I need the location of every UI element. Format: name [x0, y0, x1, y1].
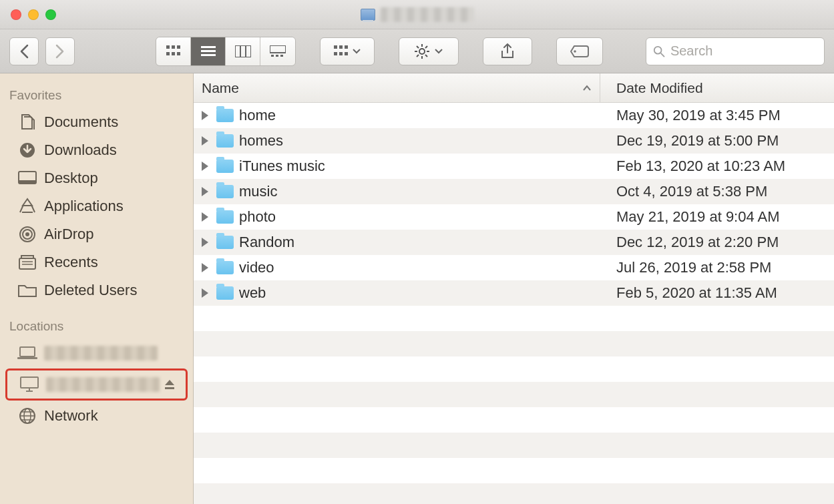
minimize-window-button[interactable]	[28, 9, 39, 20]
column-header: Name Date Modified	[194, 73, 834, 103]
svg-rect-46	[17, 357, 37, 359]
back-button[interactable]	[9, 37, 39, 65]
gallery-view-button[interactable]	[260, 37, 295, 65]
svg-rect-36	[19, 180, 36, 184]
traffic-lights	[11, 9, 56, 20]
document-icon	[17, 113, 37, 131]
titlebar	[0, 0, 834, 29]
tag-icon	[570, 45, 589, 57]
file-name: music	[239, 183, 277, 200]
finder-window: Favorites Documents Downloads Desktop	[0, 0, 834, 504]
network-icon	[17, 407, 37, 425]
table-row[interactable]: homeMay 30, 2019 at 3:45 PM	[194, 103, 834, 128]
svg-line-27	[417, 46, 419, 48]
table-row[interactable]: photoMay 21, 2019 at 9:04 AM	[194, 204, 834, 230]
disclosure-triangle-icon[interactable]	[202, 212, 208, 222]
file-date: Dec 12, 2019 at 2:20 PM	[600, 234, 834, 251]
close-window-button[interactable]	[11, 9, 21, 20]
sidebar-item-label	[46, 377, 160, 392]
disclosure-triangle-icon[interactable]	[202, 187, 208, 196]
disclosure-triangle-icon[interactable]	[202, 136, 208, 146]
file-date: Dec 19, 2019 at 5:00 PM	[600, 132, 834, 150]
column-name-label: Name	[202, 80, 239, 96]
tags-button[interactable]	[556, 37, 603, 65]
column-view-button[interactable]	[226, 37, 260, 65]
svg-rect-4	[172, 52, 175, 55]
eject-icon[interactable]	[164, 379, 175, 390]
window-title-text	[381, 7, 474, 22]
sidebar: Favorites Documents Downloads Desktop	[0, 73, 194, 504]
svg-rect-1	[172, 45, 175, 49]
sidebar-item-location-2[interactable]	[7, 370, 186, 399]
table-row[interactable]: webFeb 5, 2020 at 11:35 AM	[194, 280, 834, 306]
column-name[interactable]: Name	[194, 73, 600, 102]
svg-rect-45	[20, 347, 35, 356]
server-icon	[361, 9, 375, 21]
file-date: Jul 26, 2019 at 2:58 PM	[600, 259, 834, 276]
svg-rect-14	[276, 55, 278, 57]
sidebar-item-label: Applications	[44, 198, 124, 215]
svg-rect-0	[166, 45, 170, 49]
arrange-button[interactable]	[320, 37, 375, 65]
disclosure-triangle-icon[interactable]	[202, 288, 208, 298]
svg-line-28	[425, 55, 427, 57]
folder-icon	[216, 185, 234, 198]
content-pane: Name Date Modified homeMay 30, 2019 at 3…	[194, 73, 834, 504]
svg-point-31	[574, 50, 576, 53]
folder-icon	[17, 282, 37, 299]
laptop-icon	[17, 344, 37, 362]
sidebar-item-documents[interactable]: Documents	[5, 108, 188, 136]
folder-icon	[216, 160, 234, 173]
svg-rect-15	[280, 55, 283, 57]
disclosure-triangle-icon[interactable]	[202, 263, 208, 272]
table-row[interactable]: musicOct 4, 2019 at 5:38 PM	[194, 179, 834, 204]
svg-rect-17	[339, 45, 343, 49]
disclosure-triangle-icon[interactable]	[202, 238, 208, 247]
search-field[interactable]	[646, 37, 825, 65]
file-name: Random	[239, 234, 294, 251]
svg-rect-7	[201, 50, 216, 52]
table-row[interactable]: homesDec 19, 2019 at 5:00 PM	[194, 128, 834, 154]
icon-view-button[interactable]	[156, 37, 191, 65]
chevron-down-icon	[353, 49, 361, 54]
sidebar-item-airdrop[interactable]: AirDrop	[5, 220, 188, 248]
sidebar-item-downloads[interactable]: Downloads	[5, 136, 188, 164]
forward-button[interactable]	[45, 37, 75, 65]
table-row[interactable]: RandomDec 12, 2019 at 2:20 PM	[194, 230, 834, 255]
folder-icon	[216, 109, 234, 122]
sidebar-item-deleted-users[interactable]: Deleted Users	[5, 276, 188, 304]
file-date: Feb 13, 2020 at 10:23 AM	[600, 158, 834, 175]
sidebar-item-recents[interactable]: Recents	[5, 248, 188, 276]
columns-icon	[235, 45, 251, 57]
svg-rect-21	[345, 52, 348, 55]
sidebar-item-label: Network	[44, 407, 98, 425]
highlight-box	[5, 368, 188, 401]
svg-point-38	[25, 232, 29, 236]
table-row[interactable]: videoJul 26, 2019 at 2:58 PM	[194, 255, 834, 280]
action-button[interactable]	[399, 37, 459, 65]
svg-point-32	[654, 46, 662, 53]
search-input[interactable]	[670, 43, 817, 59]
disclosure-triangle-icon[interactable]	[202, 111, 208, 120]
column-date[interactable]: Date Modified	[600, 73, 834, 102]
svg-rect-47	[21, 377, 38, 388]
disclosure-triangle-icon[interactable]	[202, 162, 208, 171]
share-button[interactable]	[483, 37, 532, 65]
list-view-button[interactable]	[191, 37, 226, 65]
applications-icon	[17, 198, 37, 215]
sidebar-item-applications[interactable]: Applications	[5, 192, 188, 220]
sidebar-item-network[interactable]: Network	[5, 402, 188, 430]
svg-rect-50	[165, 387, 174, 389]
sidebar-item-desktop[interactable]: Desktop	[5, 164, 188, 192]
table-row[interactable]: iTunes musicFeb 13, 2020 at 10:23 AM	[194, 154, 834, 179]
svg-rect-3	[166, 52, 170, 55]
file-date: May 21, 2019 at 9:04 AM	[600, 208, 834, 226]
file-list[interactable]: homeMay 30, 2019 at 3:45 PMhomesDec 19, …	[194, 103, 834, 504]
svg-point-22	[419, 49, 425, 54]
gallery-icon	[270, 45, 286, 57]
sidebar-item-label	[44, 346, 158, 360]
sidebar-section-locations: Locations	[5, 316, 188, 339]
maximize-window-button[interactable]	[45, 9, 56, 20]
sidebar-item-location-1[interactable]	[5, 339, 188, 367]
file-name: photo	[239, 208, 276, 226]
